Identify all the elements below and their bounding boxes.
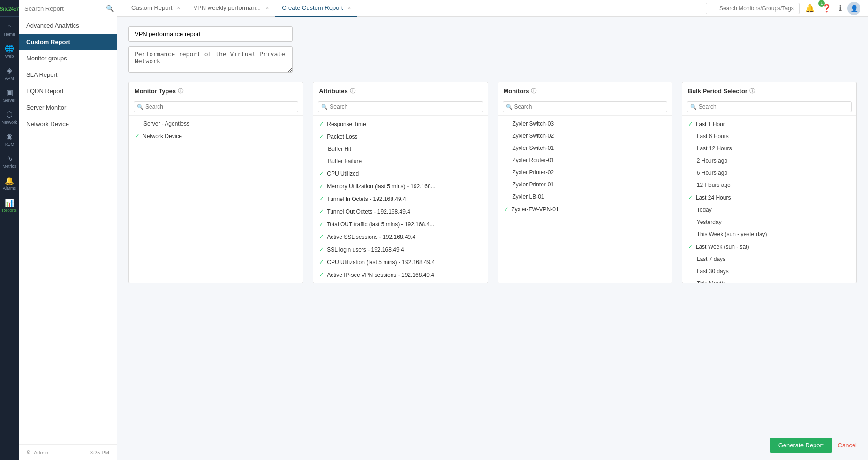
list-item[interactable]: ✓Tunnel Up Time - 192.168.49.4 <box>313 281 487 283</box>
tab-custom-report[interactable]: Custom Report× <box>125 0 187 17</box>
attributes-panel: Attributes ⓘ 🔍 ✓Response Time✓Packet Los… <box>313 82 488 283</box>
list-item[interactable]: Buffer Hit <box>313 143 487 155</box>
sidebar-icon-network[interactable]: ⬡Network <box>0 106 19 128</box>
item-label: Network Device <box>143 133 182 140</box>
list-item[interactable]: Zyxler LB-01 <box>498 191 672 203</box>
nav-item-fqdn-report[interactable]: FQDN Report <box>19 83 117 99</box>
check-mark-icon: ✓ <box>688 243 693 250</box>
report-name-input[interactable] <box>128 26 293 42</box>
list-item[interactable]: ✓Response Time <box>313 118 487 130</box>
nav-item-network-device[interactable]: Network Device <box>19 116 117 132</box>
bulk-period-search-input[interactable] <box>687 101 852 112</box>
tab-label-vpn-weekly: VPN weekly performan... <box>193 4 261 11</box>
item-label: Memory Utilization (last 5 mins) - 192.1… <box>327 183 435 190</box>
check-mark-icon: ✓ <box>319 120 324 127</box>
list-item[interactable]: Last 12 Hours <box>682 142 856 155</box>
list-item[interactable]: 12 Hours ago <box>682 179 856 191</box>
check-mark-icon: ✓ <box>319 233 324 240</box>
sidebar-icon-server[interactable]: ▣Server <box>0 84 19 106</box>
sidebar-icon-rum[interactable]: ◉RUM <box>0 128 19 150</box>
list-item[interactable]: 6 Hours ago <box>682 167 856 179</box>
list-item[interactable]: Zyxler Switch-03 <box>498 118 672 130</box>
tab-create-custom-report[interactable]: Create Custom Report× <box>275 0 357 17</box>
sidebar-icon-apm[interactable]: ◈APM <box>0 62 19 84</box>
list-item[interactable]: ✓Total OUT traffic (last 5 mins) - 192.1… <box>313 218 487 230</box>
search-monitors-input[interactable] <box>706 3 800 14</box>
list-item[interactable]: ✓Tunnel Out Octets - 192.168.49.4 <box>313 205 487 218</box>
check-mark-icon: ✓ <box>319 221 324 228</box>
list-item[interactable]: 2 Hours ago <box>682 155 856 167</box>
bulk-period-search-bar: 🔍 <box>682 98 856 116</box>
list-item[interactable]: Server - Agentless <box>129 118 303 130</box>
list-item[interactable]: Zyxler Printer-01 <box>498 178 672 191</box>
item-label: Zyxler-FW-VPN-01 <box>512 206 559 213</box>
tab-vpn-weekly[interactable]: VPN weekly performan...× <box>187 0 275 17</box>
list-item[interactable]: Last 6 Hours <box>682 130 856 142</box>
item-label: Last 12 Hours <box>697 145 732 152</box>
report-description-textarea[interactable] <box>128 46 293 73</box>
list-item[interactable]: Zyxler Router-01 <box>498 154 672 166</box>
search-report-input[interactable] <box>24 5 103 12</box>
item-label: Packet Loss <box>327 134 357 140</box>
notification-bell[interactable]: 🔔 1 <box>803 2 816 15</box>
list-item[interactable]: ✓Last 24 Hours <box>682 191 856 204</box>
monitor-types-info-icon[interactable]: ⓘ <box>178 87 183 95</box>
list-item[interactable]: Zyxler Switch-02 <box>498 130 672 142</box>
list-item[interactable]: Yesterday <box>682 216 856 228</box>
list-item[interactable]: ✓Active SSL sessions - 192.168.49.4 <box>313 230 487 243</box>
attributes-info-icon[interactable]: ⓘ <box>350 87 355 95</box>
list-item[interactable]: ✓Network Device <box>129 130 303 142</box>
bulk-period-info-icon[interactable]: ⓘ <box>749 87 755 95</box>
list-item[interactable]: ✓CPU Utilization (last 5 mins) - 192.168… <box>313 256 487 268</box>
list-item[interactable]: Last 7 days <box>682 253 856 265</box>
tab-close-vpn-weekly[interactable]: × <box>265 5 269 11</box>
sidebar-icon-home[interactable]: ⌂Home <box>0 19 19 40</box>
tab-close-create-custom-report[interactable]: × <box>347 5 351 11</box>
list-item[interactable]: Today <box>682 204 856 216</box>
tab-close-custom-report[interactable]: × <box>177 5 180 11</box>
monitor-types-search-input[interactable] <box>134 101 298 112</box>
list-item[interactable]: ✓CPU Utilized <box>313 167 487 180</box>
nav-item-monitor-groups[interactable]: Monitor groups <box>19 50 117 67</box>
list-item[interactable]: This Week (sun - yesterday) <box>682 228 856 240</box>
attributes-search-input[interactable] <box>318 101 483 112</box>
nav-item-custom-report[interactable]: Custom Report <box>19 34 117 50</box>
item-label: 2 Hours ago <box>697 157 727 164</box>
list-item[interactable]: This Month <box>682 277 856 283</box>
item-label: Last 24 Hours <box>696 194 731 201</box>
rum-icon: ◉ <box>6 132 13 141</box>
nav-item-advanced-analytics[interactable]: Advanced Analytics <box>19 17 117 34</box>
list-item[interactable]: ✓Zyxler-FW-VPN-01 <box>498 203 672 215</box>
item-label: 12 Hours ago <box>697 182 731 188</box>
list-item[interactable]: Zyxler Switch-01 <box>498 142 672 154</box>
monitors-info-icon[interactable]: ⓘ <box>531 87 536 95</box>
avatar[interactable]: 👤 <box>847 2 860 15</box>
left-nav-footer: ⚙ Admin 8:25 PM <box>19 444 117 460</box>
check-mark-icon: ✓ <box>504 206 509 213</box>
list-item[interactable]: ✓Tunnel In Octets - 192.168.49.4 <box>313 193 487 205</box>
sidebar-icon-web[interactable]: 🌐Web <box>0 40 19 62</box>
list-item[interactable]: Last 30 days <box>682 265 856 277</box>
sidebar-icon-alarms[interactable]: 🔔Alarms <box>0 172 19 194</box>
list-item[interactable]: ✓Last Week (sun - sat) <box>682 240 856 253</box>
server-icon: ▣ <box>6 88 13 97</box>
item-label: Buffer Failure <box>328 158 362 164</box>
list-item[interactable]: ✓SSL login users - 192.168.49.4 <box>313 243 487 256</box>
list-item[interactable]: ✓Last 1 Hour <box>682 118 856 130</box>
list-item[interactable]: ✓Memory Utilization (last 5 mins) - 192.… <box>313 180 487 193</box>
nav-item-sla-report[interactable]: SLA Report <box>19 67 117 83</box>
list-item[interactable]: ✓Packet Loss <box>313 130 487 143</box>
cancel-button[interactable]: Cancel <box>838 442 857 449</box>
nav-item-server-monitor[interactable]: Server Monitor <box>19 99 117 116</box>
info-circle-icon[interactable]: ℹ <box>837 2 844 15</box>
item-label: Zyxler Printer-02 <box>513 169 554 176</box>
sidebar-icon-reports[interactable]: 📊Reports <box>0 194 19 216</box>
list-item[interactable]: Zyxler Printer-02 <box>498 166 672 178</box>
monitors-search-input[interactable] <box>503 101 667 112</box>
list-item[interactable]: ✓Active IP-sec VPN sessions - 192.168.49… <box>313 268 487 281</box>
list-item[interactable]: Buffer Failure <box>313 155 487 167</box>
generate-report-button[interactable]: Generate Report <box>770 438 832 453</box>
item-label: Active IP-sec VPN sessions - 192.168.49.… <box>327 272 434 278</box>
bulk-period-label: Bulk Period Selector <box>688 88 747 95</box>
sidebar-icon-metrics[interactable]: ∿Metrics <box>0 150 19 172</box>
